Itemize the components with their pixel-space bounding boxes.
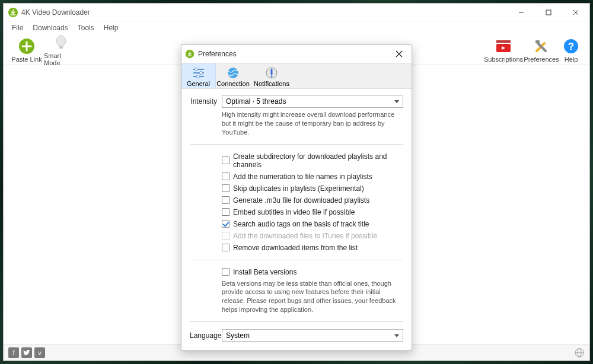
svg-rect-8	[59, 46, 63, 49]
alert-icon	[264, 66, 279, 80]
subscriptions-label: Subscriptions	[484, 56, 523, 63]
preferences-button[interactable]: Preferences	[524, 38, 559, 63]
options-group: Create subdirectory for downloaded playl…	[222, 152, 403, 253]
tab-general[interactable]: General	[181, 63, 216, 88]
tab-notifications[interactable]: Notifications	[250, 63, 293, 88]
beta-hint: Beta versions may be less stable than of…	[222, 279, 403, 314]
paste-link-label: Paste Link	[11, 56, 42, 63]
window-title: 4K Video Downloader	[21, 8, 90, 17]
facebook-icon[interactable]: f	[8, 347, 19, 358]
intensity-hint: High intensity might increase overall do…	[222, 110, 403, 137]
checkbox-icon	[222, 220, 229, 228]
twitter-icon[interactable]	[21, 347, 32, 358]
svg-rect-1	[546, 10, 551, 15]
checkbox-icon	[222, 173, 229, 180]
svg-point-25	[199, 72, 202, 75]
maximize-button[interactable]	[535, 4, 562, 21]
opt-skip-dup[interactable]: Skip duplicates in playlists (Experiment…	[222, 184, 403, 193]
dialog-title: Preferences	[198, 50, 237, 58]
menu-tools[interactable]: Tools	[74, 23, 98, 33]
help-icon: ?	[563, 38, 579, 55]
sliders-icon	[192, 66, 206, 80]
bulb-icon	[53, 34, 69, 51]
svg-rect-9	[496, 40, 511, 43]
svg-point-23	[195, 68, 197, 71]
language-label: Language	[190, 329, 217, 340]
opt-embed-subs[interactable]: Embed subtitles in video file if possibl…	[222, 207, 403, 217]
language-select[interactable]: System	[222, 329, 403, 342]
help-label: Help	[565, 56, 578, 63]
dialog-body: Intensity Optimal · 5 threads High inten…	[181, 89, 412, 350]
divider	[190, 260, 403, 260]
divider	[190, 144, 403, 145]
divider	[190, 321, 403, 322]
opt-audio-tags[interactable]: Search audio tags on the basis of track …	[222, 219, 403, 229]
preferences-dialog: Preferences General Connection Notificat…	[181, 44, 412, 351]
plus-icon	[18, 38, 35, 55]
checkbox-icon	[222, 208, 229, 216]
app-icon	[8, 8, 18, 17]
intensity-label: Intensity	[190, 95, 217, 106]
dialog-tabs: General Connection Notifications	[181, 63, 412, 89]
opt-numeration[interactable]: Add the numeration to file names in play…	[222, 172, 403, 181]
menubar: File Downloads Tools Help	[4, 21, 589, 34]
svg-point-31	[270, 75, 272, 77]
menu-downloads[interactable]: Downloads	[29, 23, 71, 33]
opt-remove-list[interactable]: Remove downloaded items from the list	[222, 243, 403, 253]
svg-point-27	[196, 75, 199, 78]
help-button[interactable]: ? Help	[559, 38, 584, 63]
preferences-label: Preferences	[524, 56, 559, 63]
tab-connection[interactable]: Connection	[216, 63, 250, 88]
dialog-close-button[interactable]	[390, 45, 408, 63]
dialog-titlebar: Preferences	[181, 45, 412, 63]
subscriptions-button[interactable]: Subscriptions	[483, 38, 524, 63]
vimeo-icon[interactable]: v	[34, 347, 45, 358]
svg-point-7	[56, 36, 66, 46]
svg-point-28	[228, 68, 238, 78]
titlebar: 4K Video Downloader	[4, 4, 589, 21]
svg-text:?: ?	[568, 41, 574, 52]
dialog-app-icon	[186, 50, 194, 58]
smart-mode-label: Smart Mode	[44, 52, 78, 66]
checkbox-icon	[222, 184, 229, 192]
globe-icon	[226, 66, 240, 80]
opt-subdir[interactable]: Create subdirectory for downloaded playl…	[222, 152, 403, 170]
opt-beta[interactable]: Install Beta versions	[222, 267, 403, 277]
paste-link-button[interactable]: Paste Link	[9, 38, 44, 63]
checkbox-icon	[222, 268, 229, 276]
smart-mode-button[interactable]: Smart Mode	[44, 34, 78, 66]
subscriptions-icon	[495, 38, 512, 55]
globe-icon[interactable]	[574, 347, 585, 358]
tools-icon	[533, 38, 550, 55]
checkbox-icon	[222, 232, 229, 240]
intensity-select[interactable]: Optimal · 5 threads	[222, 95, 403, 108]
opt-m3u[interactable]: Generate .m3u file for downloaded playli…	[222, 196, 403, 205]
minimize-button[interactable]	[508, 4, 535, 21]
checkbox-icon	[222, 157, 229, 164]
menu-file[interactable]: File	[8, 23, 27, 33]
checkbox-icon	[222, 196, 229, 204]
close-button[interactable]	[562, 4, 589, 21]
menu-help[interactable]: Help	[100, 23, 122, 33]
svg-rect-14	[535, 40, 540, 43]
checkbox-icon	[222, 244, 229, 251]
opt-itunes: Add the downloaded files to iTunes if po…	[222, 231, 403, 241]
